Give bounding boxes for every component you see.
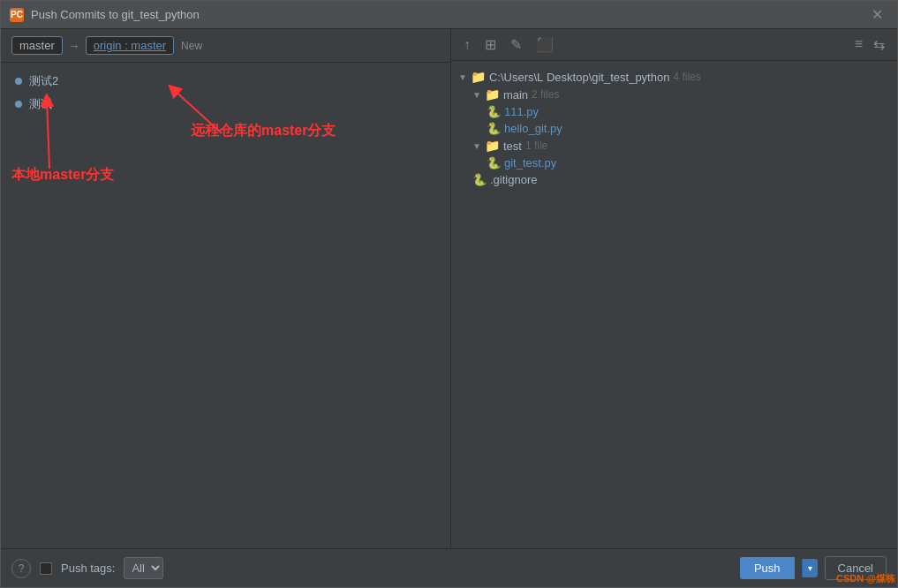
chevron-down-icon: ▼ [472,141,481,151]
remote-branch-tag[interactable]: origin : master [86,36,174,55]
push-tags-checkbox[interactable] [40,562,52,575]
commit-item[interactable]: 测试 [1,93,450,116]
left-panel: master → origin : master New 测试2 测试 本地ma… [1,29,451,548]
commit-list: 测试2 测试 [1,63,450,548]
cancel-button[interactable]: Cancel [825,556,887,580]
app-icon: PC [10,8,24,22]
python-file-icon: 🐍 [487,105,501,118]
push-dropdown-button[interactable]: ▾ [802,559,818,577]
local-branch-tag[interactable]: master [11,36,63,55]
edit-icon[interactable]: ✎ [507,34,525,55]
snake-blue-icon: 🐍 [487,105,501,118]
save-icon[interactable]: ⬛ [532,34,557,55]
branch-arrow: → [68,39,80,53]
commit-icon[interactable]: ↑ [460,35,474,55]
menu-icon[interactable]: ≡ [851,34,866,55]
switch-icon[interactable]: ⇆ [870,34,888,55]
python-file-icon: 🐍 [487,122,501,135]
folder-name: main [503,88,528,102]
main-window: PC Push Commits to git_test_python ✕ mas… [0,0,898,588]
toolbar-right: ≡ ⇆ [851,34,888,55]
commit-item[interactable]: 测试2 [1,70,450,93]
push-tags-label: Push tags: [61,562,115,575]
right-panel: ↑ ⊞ ✎ ⬛ ≡ ⇆ ▼ 📁 C:\Users\L Desktop\git_t… [451,29,897,548]
python-file-icon: 🐍 [487,156,501,170]
close-button[interactable]: ✕ [866,4,888,25]
file-name: hello_git.py [504,122,562,135]
title-bar: PC Push Commits to git_test_python ✕ [1,1,897,29]
file-hello-git-py[interactable]: 🐍 hello_git.py [451,120,897,137]
window-title: Push Commits to git_test_python [31,8,866,21]
file-111py[interactable]: 🐍 111.py [451,103,897,120]
push-button[interactable]: Push [740,557,795,579]
folder-main[interactable]: ▼ 📁 main 2 files [451,86,897,103]
file-name: .gitignore [490,173,537,186]
folder-count: 1 file [525,139,547,152]
commit-label: 测试2 [29,73,58,89]
chevron-down-icon: ▼ [458,72,467,82]
root-file-count: 4 files [673,71,700,83]
folder-count: 2 files [532,88,559,101]
folder-icon: 📁 [485,87,500,102]
content-area: master → origin : master New 测试2 测试 本地ma… [1,29,897,548]
tags-select-wrapper: All [124,557,163,579]
commit-label: 测试 [29,96,52,112]
file-git-test-py[interactable]: 🐍 git_test.py [451,155,897,171]
file-name: git_test.py [504,156,556,170]
folder-test[interactable]: ▼ 📁 test 1 file [451,137,897,155]
file-tree: ▼ 📁 C:\Users\L Desktop\git_test_python 4… [451,61,897,548]
root-path: C:\Users\L [489,71,543,84]
grid-icon[interactable]: ⊞ [481,34,500,55]
right-toolbar: ↑ ⊞ ✎ ⬛ ≡ ⇆ [451,29,897,61]
chevron-down-icon: ▼ [472,90,481,100]
folder-icon: 📁 [471,70,486,84]
commit-dot [15,78,22,85]
root-path-desktop: Desktop\git_test_python [547,71,669,84]
new-badge: New [181,40,202,52]
folder-icon: 📁 [485,139,500,153]
bottom-right: Push ▾ Cancel [740,556,887,580]
tags-select[interactable]: All [124,557,163,579]
folder-name: test [503,139,522,153]
bottom-bar: ? Push tags: All Push ▾ Cancel [1,548,897,587]
tree-root[interactable]: ▼ 📁 C:\Users\L Desktop\git_test_python 4… [451,68,897,86]
gitignore-file-icon: 🐍 [472,173,487,186]
help-button[interactable]: ? [11,559,31,578]
file-name: 111.py [504,105,539,118]
file-gitignore[interactable]: 🐍 .gitignore [451,171,897,188]
commit-dot [15,101,22,108]
branch-row: master → origin : master New [1,29,450,63]
